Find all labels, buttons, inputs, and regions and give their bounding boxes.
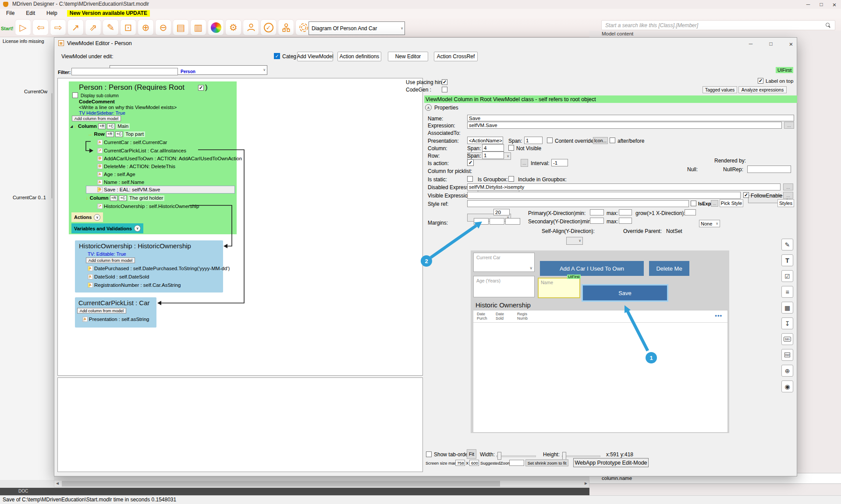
menu-file[interactable]: File (6, 11, 14, 17)
menu-edit[interactable]: Edit (26, 11, 35, 17)
is-static-checkbox[interactable] (467, 176, 473, 182)
codegen-checkbox[interactable] (442, 87, 447, 92)
use-placing-hints-checkbox[interactable] (442, 79, 447, 85)
doc-tab-label[interactable]: DOC (18, 489, 28, 493)
tree-row-save[interactable]: ⚙Save : EAL: selfVM.Save (97, 186, 160, 193)
window-export-icon[interactable]: ▥ (190, 19, 206, 35)
height-slider[interactable] (562, 455, 600, 457)
disabled-expression-input[interactable]: selfVM.Dirtylist->isempty (467, 183, 781, 190)
validate-icon[interactable]: ✓ (260, 19, 277, 35)
styles-button[interactable]: Styles (777, 199, 794, 207)
preview-currentcar-combo[interactable]: Current Car ∨ (473, 253, 535, 272)
isexp-checkbox[interactable] (691, 201, 696, 206)
suggested-zoom-input[interactable] (509, 460, 524, 466)
add-column-from-model-button[interactable]: Add column from model (77, 308, 126, 314)
checkbox-icon[interactable]: ☑ (781, 270, 793, 282)
margin-bottom-input[interactable] (490, 218, 504, 225)
doc-bar[interactable]: DOC (0, 488, 589, 495)
secondary-min-input[interactable] (590, 218, 604, 224)
calendar-icon[interactable]: ▦ (781, 302, 793, 314)
is-action-ellipsis-button[interactable]: ... (521, 159, 528, 167)
webapp-prototype-button[interactable]: WebApp Prototype Edit-Mode (573, 458, 649, 467)
button-icon[interactable]: btn (781, 333, 793, 345)
properties-collapse-icon[interactable]: ∧ (425, 104, 432, 111)
minimize-button[interactable]: ─ (802, 0, 815, 9)
tree-row-currentcar[interactable]: ACurrentCar : self.CurrentCar (97, 139, 167, 146)
margin-top-input[interactable]: 20 (493, 209, 510, 215)
tree-row-datepurchased[interactable]: ADatePurchased : self.DatePurchased.ToSt… (88, 265, 230, 272)
grid-col-header[interactable]: DateSold (496, 312, 504, 321)
nullrep-input[interactable] (747, 166, 791, 173)
actions-expander[interactable]: Actions ∨ (71, 212, 103, 222)
label-on-top-checkbox[interactable] (758, 78, 763, 84)
preview-age-field[interactable]: Age (Years) (473, 276, 535, 297)
chevron-down-icon[interactable]: ∨ (94, 214, 100, 221)
forward-icon[interactable]: ⇨ (50, 19, 66, 35)
screen-width-input[interactable]: 758 (455, 460, 465, 466)
maximize-button[interactable]: □ (815, 0, 828, 9)
run-icon[interactable]: ▷ (15, 19, 31, 35)
start-label[interactable]: Start! (1, 26, 14, 31)
tree-row-historicownership[interactable]: ↗HistoricOwnership : self.HistoricOwners… (97, 203, 199, 210)
style-ref-input[interactable] (467, 200, 689, 207)
list-icon[interactable]: list (781, 349, 793, 361)
grow-input[interactable] (685, 209, 696, 215)
name-input[interactable]: Save (467, 115, 794, 121)
edit-icon[interactable]: ✎ (781, 239, 793, 250)
add-col-chip[interactable]: +C (119, 195, 127, 201)
after-before-checkbox[interactable] (610, 137, 615, 143)
import-icon[interactable]: ↧ (781, 317, 793, 329)
dialog-minimize-button[interactable]: ─ (744, 39, 757, 48)
fit-button[interactable]: Fit (467, 449, 476, 459)
tree-row-presentation[interactable]: APresentation : self.asString (82, 316, 149, 323)
diagram-selector[interactable]: Diagram Of Person And Car (309, 21, 405, 35)
expression-input[interactable]: selfVM.Save (467, 122, 782, 129)
dialog-maximize-button[interactable]: □ (764, 39, 777, 48)
gears-icon[interactable]: ⚙ (225, 19, 241, 35)
primary-max-input[interactable] (619, 209, 632, 215)
org-chart-icon[interactable] (278, 19, 294, 35)
filter-class-link[interactable]: Person (181, 69, 195, 74)
content-override-checkbox[interactable] (547, 137, 553, 143)
requires-root-checkbox[interactable] (198, 85, 204, 91)
expander-icon[interactable]: ◢ (70, 124, 73, 128)
include-groupbox-dropdown[interactable] (566, 237, 583, 245)
close-button[interactable]: × (828, 0, 841, 9)
zoom-out-icon[interactable]: ⊖ (155, 19, 171, 35)
is-action-checkbox[interactable] (467, 159, 474, 166)
display-sub-column-checkbox[interactable] (72, 92, 78, 98)
horizontal-scrollbar[interactable]: ◄ ► (54, 480, 589, 487)
add-column-from-model-button[interactable]: Add column from model (72, 116, 121, 121)
add-row-chip[interactable]: +R (98, 123, 106, 129)
preview-deleteme-button[interactable]: Delete Me (649, 261, 689, 276)
association-alt-icon[interactable]: ⇗ (85, 19, 101, 35)
grid-col-header[interactable]: DatePurch (477, 312, 487, 321)
screen-height-input[interactable]: 600 (469, 460, 479, 466)
window-pointer-icon[interactable]: ⊡ (120, 19, 136, 35)
style-ellipsis-button[interactable]: ... (711, 200, 718, 207)
visible-ellipsis-button[interactable]: ... (783, 192, 793, 199)
variables-expander[interactable]: Variables and Validations ∨ (71, 223, 143, 233)
add-col-chip[interactable]: +C (107, 123, 115, 129)
draw-icon[interactable]: ✎ (103, 19, 119, 35)
list-order-icon[interactable]: ≡ (781, 286, 793, 298)
pick-style-button[interactable]: Pick Style (720, 199, 743, 207)
categ-checkbox[interactable] (274, 53, 280, 59)
chevron-down-icon[interactable]: ∨ (134, 225, 141, 232)
visible-expression-input[interactable] (467, 192, 741, 199)
disabled-ellipsis-button[interactable]: ... (783, 183, 793, 190)
add-row-chip[interactable]: +R (106, 131, 114, 137)
width-slider[interactable] (496, 455, 536, 457)
presentation-span-input[interactable]: 1 (524, 137, 543, 144)
search-icon[interactable] (826, 23, 830, 28)
tree-row-column-gridholder[interactable]: ↓ Column +R +C The grid holder (86, 194, 164, 201)
tree-row-name[interactable]: AName : self.Name (97, 179, 144, 186)
null-dropdown[interactable]: None (699, 220, 720, 227)
tree-row-registrationnumber[interactable]: ARegistrationNumber : self.Car.AsString (88, 282, 181, 289)
icon-button[interactable]: Icon... (593, 137, 608, 144)
color-wheel-icon[interactable] (208, 19, 224, 35)
presentation-input[interactable]: <ActionName> (467, 137, 503, 144)
zoom-in-icon[interactable]: ⊕ (138, 19, 154, 35)
analyze-expressions-button[interactable]: Analyze expressions (738, 86, 787, 93)
preview-grid[interactable]: DatePurch DateSold RegisNumb ••• (473, 310, 728, 433)
